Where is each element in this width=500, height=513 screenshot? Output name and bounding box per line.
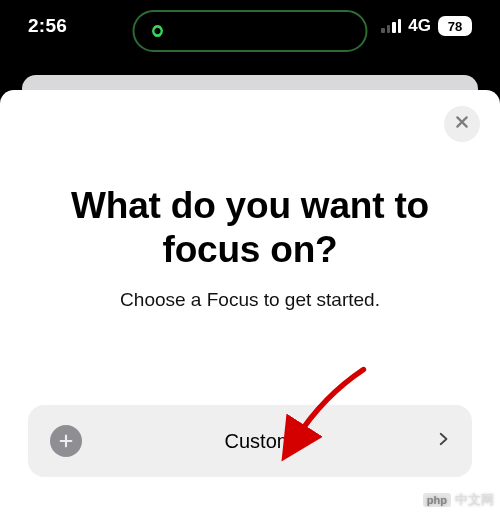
status-time: 2:56 (28, 15, 67, 37)
network-type: 4G (408, 16, 431, 36)
chevron-right-icon (436, 428, 450, 454)
status-right: 4G 78 (381, 16, 472, 36)
battery-icon: 78 (438, 16, 472, 36)
link-app-icon (147, 20, 169, 42)
page-subtitle: Choose a Focus to get started. (28, 289, 472, 311)
close-button[interactable] (444, 106, 480, 142)
battery-percent: 78 (448, 19, 462, 34)
cellular-signal-icon (381, 19, 401, 33)
status-bar: 2:56 4G 78 (0, 0, 500, 52)
dynamic-island[interactable] (133, 10, 368, 52)
plus-icon (50, 425, 82, 457)
close-icon (454, 114, 470, 134)
focus-option-custom[interactable]: Custom (28, 405, 472, 477)
page-title: What do you want to focus on? (28, 184, 472, 271)
focus-setup-sheet: What do you want to focus on? Choose a F… (0, 90, 500, 513)
focus-option-label: Custom (82, 430, 436, 453)
